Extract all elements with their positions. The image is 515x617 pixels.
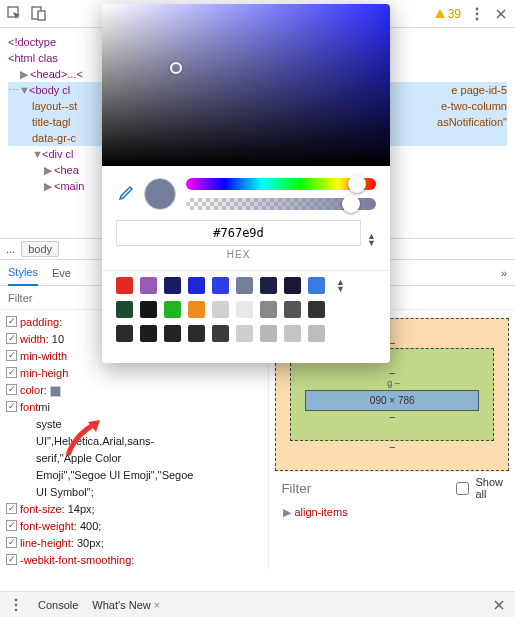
inspect-icon[interactable] bbox=[6, 6, 22, 22]
palette-swatch[interactable] bbox=[140, 277, 157, 294]
palette-swatch[interactable] bbox=[236, 301, 253, 318]
palette-swatch[interactable] bbox=[308, 325, 325, 342]
svg-point-8 bbox=[15, 608, 18, 611]
palette-swatch[interactable] bbox=[236, 277, 253, 294]
palette-swatch[interactable] bbox=[260, 301, 277, 318]
styles-filter-input[interactable] bbox=[8, 292, 108, 304]
palette: ▲▼ bbox=[102, 270, 390, 363]
sv-cursor[interactable] bbox=[170, 62, 182, 74]
alpha-thumb[interactable] bbox=[342, 195, 360, 213]
show-all-label: Show all bbox=[475, 476, 503, 500]
tab-console[interactable]: Console bbox=[38, 599, 78, 611]
breadcrumb-body[interactable]: body bbox=[21, 241, 59, 257]
palette-swatch[interactable] bbox=[212, 301, 229, 318]
svg-point-6 bbox=[15, 598, 18, 601]
hue-slider[interactable] bbox=[186, 178, 376, 190]
palette-swatch[interactable] bbox=[212, 325, 229, 342]
svg-point-3 bbox=[476, 7, 479, 10]
palette-swatch[interactable] bbox=[284, 301, 301, 318]
palette-swatch[interactable] bbox=[260, 325, 277, 342]
palette-swatch[interactable] bbox=[116, 301, 133, 318]
drawer-kebab-icon[interactable] bbox=[8, 597, 24, 613]
palette-swatch[interactable] bbox=[140, 301, 157, 318]
tab-styles[interactable]: Styles bbox=[8, 260, 38, 286]
more-tabs-icon[interactable]: » bbox=[501, 267, 507, 279]
palette-swatch[interactable] bbox=[236, 325, 253, 342]
warning-count: 39 bbox=[448, 7, 461, 21]
palette-swatch[interactable] bbox=[284, 325, 301, 342]
palette-swatch[interactable] bbox=[164, 277, 181, 294]
svg-rect-2 bbox=[38, 11, 45, 20]
svg-point-7 bbox=[15, 603, 18, 606]
svg-point-4 bbox=[476, 12, 479, 15]
saturation-value-area[interactable] bbox=[102, 4, 390, 166]
color-swatch[interactable] bbox=[50, 386, 61, 397]
show-all-checkbox[interactable] bbox=[456, 482, 469, 495]
palette-swatch[interactable] bbox=[308, 277, 325, 294]
color-picker: HEX ▲▼ ▲▼ bbox=[102, 4, 390, 363]
hex-input[interactable] bbox=[116, 220, 361, 246]
breadcrumb-ellipsis[interactable]: ... bbox=[6, 243, 15, 255]
box-model-content: 090 × 786 bbox=[305, 390, 479, 411]
kebab-icon[interactable] bbox=[469, 6, 485, 22]
format-stepper[interactable]: ▲▼ bbox=[367, 233, 376, 247]
palette-stepper[interactable]: ▲▼ bbox=[336, 279, 345, 293]
hue-thumb[interactable] bbox=[348, 175, 366, 193]
palette-swatch[interactable] bbox=[164, 301, 181, 318]
device-icon[interactable] bbox=[30, 6, 46, 22]
computed-filter-input[interactable] bbox=[281, 481, 450, 496]
palette-swatch[interactable] bbox=[188, 301, 205, 318]
eyedropper-icon[interactable] bbox=[116, 185, 134, 203]
hex-label: HEX bbox=[116, 249, 361, 260]
palette-swatch[interactable] bbox=[188, 277, 205, 294]
tab-whats-new[interactable]: What's New × bbox=[92, 599, 160, 611]
palette-swatch[interactable] bbox=[212, 277, 229, 294]
svg-point-5 bbox=[476, 17, 479, 20]
current-color-swatch bbox=[144, 178, 176, 210]
palette-swatch[interactable] bbox=[284, 277, 301, 294]
warning-badge[interactable]: 39 bbox=[434, 7, 461, 21]
drawer-close-icon[interactable] bbox=[491, 597, 507, 613]
alpha-slider[interactable] bbox=[186, 198, 376, 210]
drawer: Console What's New × bbox=[0, 591, 515, 617]
palette-swatch[interactable] bbox=[116, 277, 133, 294]
palette-swatch[interactable] bbox=[116, 325, 133, 342]
tab-event[interactable]: Eve bbox=[52, 261, 71, 285]
palette-swatch[interactable] bbox=[164, 325, 181, 342]
palette-swatch[interactable] bbox=[308, 301, 325, 318]
palette-swatch[interactable] bbox=[140, 325, 157, 342]
palette-swatch[interactable] bbox=[188, 325, 205, 342]
palette-swatch[interactable] bbox=[260, 277, 277, 294]
close-icon[interactable] bbox=[493, 6, 509, 22]
